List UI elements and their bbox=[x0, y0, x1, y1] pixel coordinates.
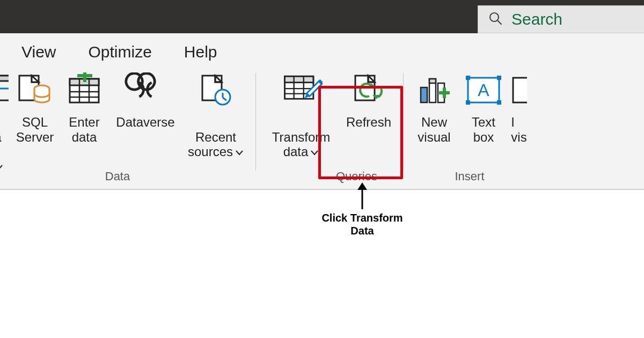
refresh-icon bbox=[347, 71, 390, 109]
refresh-label: Refresh bbox=[346, 115, 391, 130]
enter-data-label: Enter data bbox=[69, 115, 99, 144]
transform-data-icon bbox=[280, 71, 323, 109]
group-queries: Transform data Refresh bbox=[260, 65, 399, 189]
new-visual-label: New visual bbox=[418, 115, 450, 144]
sql-server-icon bbox=[13, 71, 56, 109]
partial-button-right[interactable]: I vis bbox=[510, 70, 528, 144]
enter-data-button[interactable]: Enter data bbox=[61, 70, 107, 144]
svg-rect-35 bbox=[421, 87, 427, 102]
group-insert: New visual A Text box bbox=[408, 65, 531, 189]
dataverse-label: Dataverse bbox=[116, 115, 174, 130]
ribbon: a SQL Se bbox=[0, 65, 644, 190]
menu-view[interactable]: View bbox=[21, 43, 56, 61]
sql-server-label: SQL Server bbox=[16, 115, 54, 144]
menu-help[interactable]: Help bbox=[184, 43, 217, 61]
svg-text:A: A bbox=[478, 80, 489, 100]
new-visual-icon bbox=[413, 71, 456, 109]
text-box-icon: A bbox=[462, 71, 505, 109]
arrow-up-icon bbox=[354, 182, 370, 210]
recent-sources-button[interactable]: Recent sources bbox=[184, 70, 248, 159]
chevron-down-icon bbox=[235, 144, 244, 159]
dataverse-icon bbox=[124, 71, 167, 109]
text-box-label: Text box bbox=[472, 115, 495, 144]
transform-data-button[interactable]: Transform data bbox=[264, 70, 339, 159]
menu-bar: View Optimize Help bbox=[0, 33, 644, 65]
chevron-down-icon bbox=[0, 144, 3, 174]
new-visual-button[interactable]: New visual bbox=[411, 70, 457, 144]
svg-rect-45 bbox=[497, 100, 501, 105]
svg-marker-49 bbox=[357, 182, 367, 190]
group-insert-label: Insert bbox=[455, 170, 484, 188]
group-data: a SQL Se bbox=[0, 65, 251, 189]
refresh-button[interactable]: Refresh bbox=[342, 70, 396, 130]
partial-label-right: I vis bbox=[511, 115, 526, 144]
search-box[interactable]: Search bbox=[478, 5, 644, 33]
svg-rect-37 bbox=[429, 79, 436, 83]
title-bar: Search bbox=[0, 0, 644, 33]
recent-sources-icon bbox=[194, 71, 237, 109]
search-placeholder: Search bbox=[511, 10, 562, 28]
partial-icon-right bbox=[511, 71, 527, 109]
recent-sources-label: Recent sources bbox=[188, 115, 244, 159]
transform-data-label: Transform data bbox=[272, 115, 330, 159]
data-icon bbox=[0, 71, 9, 109]
partial-button-left[interactable]: a bbox=[0, 70, 9, 174]
partial-label-left: a bbox=[0, 115, 3, 174]
search-icon bbox=[488, 11, 503, 28]
text-box-button[interactable]: A Text box bbox=[460, 70, 507, 144]
svg-rect-42 bbox=[466, 76, 470, 80]
svg-rect-3 bbox=[0, 76, 9, 81]
enter-data-icon bbox=[63, 71, 106, 109]
chevron-down-icon bbox=[310, 144, 319, 159]
svg-rect-23 bbox=[285, 76, 313, 82]
svg-rect-44 bbox=[466, 100, 470, 105]
separator bbox=[255, 73, 256, 171]
sql-server-button[interactable]: SQL Server bbox=[12, 70, 58, 144]
svg-line-1 bbox=[497, 20, 501, 24]
annotation-text: Click Transform Data bbox=[317, 211, 408, 237]
separator bbox=[403, 73, 404, 171]
menu-optimize[interactable]: Optimize bbox=[88, 43, 151, 61]
annotation-arrow: Click Transform Data bbox=[317, 182, 408, 237]
dataverse-button[interactable]: Dataverse bbox=[111, 70, 180, 130]
svg-rect-47 bbox=[513, 78, 527, 102]
svg-rect-43 bbox=[497, 76, 501, 80]
group-data-label: Data bbox=[105, 170, 130, 188]
